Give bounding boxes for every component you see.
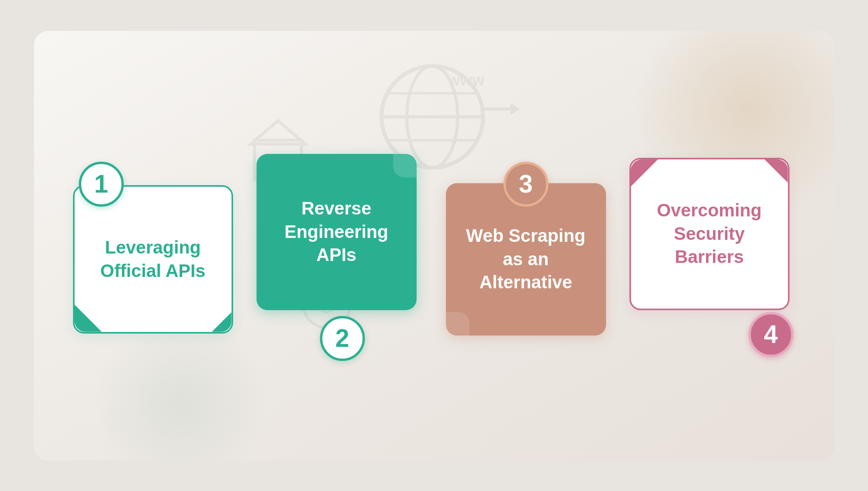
badge-2: 2 (320, 316, 365, 361)
card-2: Reverse Engineering APIs (257, 154, 417, 310)
card-4-title: Overcoming Security Barriers (657, 199, 761, 269)
card-wrapper-2: Reverse Engineering APIs 2 (257, 154, 428, 361)
badge-1-number: 1 (94, 170, 108, 198)
card-4: Overcoming Security Barriers (629, 158, 790, 310)
svg-point-0 (381, 66, 483, 168)
badge-3-number: 3 (519, 170, 533, 198)
svg-marker-7 (510, 103, 520, 115)
card-wrapper-1: 1 Leveraging Official APIs (73, 162, 245, 353)
badge-2-number: 2 (335, 324, 349, 353)
card-1: Leveraging Official APIs (73, 185, 233, 334)
cards-row: 1 Leveraging Official APIs Reverse Engin… (73, 154, 795, 361)
svg-point-1 (407, 66, 458, 168)
badge-1: 1 (79, 162, 124, 207)
card-1-title: Leveraging Official APIs (100, 236, 205, 283)
badge-4-number: 4 (764, 320, 778, 349)
badge-3: 3 (503, 162, 548, 207)
slide-frame: www 1 Lever (34, 31, 834, 461)
card-wrapper-3: 3 Web Scraping as an Alternative (440, 162, 612, 353)
svg-marker-9 (251, 121, 305, 144)
badge-4: 4 (749, 312, 793, 357)
card-wrapper-4: Overcoming Security Barriers 4 (624, 158, 795, 357)
svg-text:www: www (447, 71, 485, 89)
card-2-title: Reverse Engineering APIs (285, 197, 389, 267)
card-3-title: Web Scraping as an Alternative (466, 224, 586, 294)
